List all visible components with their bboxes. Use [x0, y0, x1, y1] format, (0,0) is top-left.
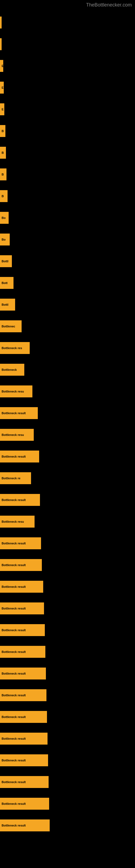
bar-row: Bottleneck result: [0, 771, 135, 793]
bar-label: Bottleneck result: [2, 780, 26, 784]
bar-item: B: [0, 125, 5, 137]
bar-row: Bottleneck re: [0, 467, 135, 489]
bar-item: Bottleneck result: [0, 451, 39, 463]
bar-item: Bottleneck result: [0, 559, 42, 571]
bar-label: Bottleneck result: [2, 585, 26, 588]
bar-item: Bottleneck result: [0, 494, 40, 506]
bar-item: Bottleneck result: [0, 646, 45, 658]
bar-label: Bottleneck result: [2, 455, 26, 458]
bar-row: Bottleneck result: [0, 576, 135, 597]
bar-item: Bottleneck result: [0, 798, 49, 810]
bar-row: Bottleneck result: [0, 597, 135, 619]
bar-label: Bottleneck result: [2, 802, 26, 805]
bar-row: Bottleneck result: [0, 402, 135, 424]
bar-label: Bottleneck result: [2, 672, 26, 675]
bar-row: Bottlenec: [0, 315, 135, 337]
bar-item: Bottleneck result: [0, 602, 44, 614]
bar-item: [0, 38, 2, 50]
bar-item: Bottleneck resu: [0, 385, 32, 397]
bar-row: Bottleneck result: [0, 793, 135, 814]
bar-label: E: [2, 64, 3, 67]
bar-row: Bott: [0, 272, 135, 294]
bar-label: Bottleneck resu: [2, 390, 24, 393]
bar-label: Bottleneck result: [2, 628, 26, 632]
bar-row: Bottleneck result: [0, 728, 135, 749]
bar-item: B: [0, 190, 8, 202]
bar-row: Bottleneck result: [0, 489, 135, 511]
bar-row: Bottleneck res: [0, 337, 135, 359]
bar-row: Bottl: [0, 294, 135, 315]
bar-item: Bottleneck result: [0, 733, 48, 745]
bar-item: Bottleneck resu: [0, 516, 35, 528]
bar-item: Bottleneck result: [0, 624, 45, 636]
bar-row: B: [0, 163, 135, 185]
bar-item: Bottleneck result: [0, 711, 47, 723]
bar-row: Bottleneck result: [0, 663, 135, 684]
bar-row: Bottleneck result: [0, 532, 135, 554]
bar-item: E: [0, 103, 4, 115]
bar-label: E: [2, 86, 3, 89]
bar-row: Bottleneck result: [0, 641, 135, 663]
bar-row: Bottleneck result: [0, 684, 135, 706]
bar-item: [0, 17, 2, 29]
bar-label: Bo: [2, 238, 6, 241]
bar-row: B: [0, 120, 135, 142]
bar-label: E: [2, 108, 3, 111]
bar-item: Bottleneck result: [0, 668, 46, 680]
bar-label: B: [2, 173, 4, 176]
bar-label: B: [2, 194, 4, 198]
bar-row: Bottleneck result: [0, 619, 135, 641]
bar-item: Bo: [0, 212, 9, 224]
bar-item: Bottleneck result: [0, 754, 48, 766]
bar-row: Bottleneck result: [0, 554, 135, 576]
bar-row: Bottl: [0, 250, 135, 272]
bar-item: Bott: [0, 277, 13, 289]
bar-item: Bottleneck result: [0, 581, 43, 593]
bar-label: Bo: [2, 216, 6, 219]
bar-item: E: [0, 82, 4, 94]
bar-row: Bottleneck result: [0, 446, 135, 467]
bar-label: Bottleneck result: [2, 563, 26, 567]
bar-item: Bottleneck result: [0, 537, 41, 549]
site-title: TheBottlenecker.com: [0, 0, 135, 9]
bar-row: [0, 33, 135, 55]
bar-label: Bottl: [2, 259, 8, 263]
bar-item: Bottleneck result: [0, 819, 50, 831]
bar-row: B: [0, 142, 135, 163]
bars-container: EEEBBBBBoBoBottlBottBottlBottlenecBottle…: [0, 9, 135, 839]
bar-label: Bottleneck resu: [2, 520, 24, 523]
bar-item: Bo: [0, 234, 10, 246]
bar-row: Bottleneck result: [0, 814, 135, 836]
bar-row: E: [0, 98, 135, 120]
bar-row: B: [0, 185, 135, 207]
bar-item: Bottleneck result: [0, 689, 46, 701]
bar-label: B: [2, 129, 4, 133]
bar-row: Bottleneck resu: [0, 380, 135, 402]
bar-label: Bottleneck: [2, 368, 17, 371]
bar-item: B: [0, 168, 6, 180]
bar-item: Bottleneck res: [0, 342, 30, 354]
bar-item: Bottlenec: [0, 320, 21, 332]
bar-row: Bo: [0, 207, 135, 229]
bar-label: Bottleneck result: [2, 607, 26, 610]
bar-row: Bottleneck: [0, 359, 135, 380]
bar-label: Bottleneck res: [2, 346, 22, 350]
bar-row: Bo: [0, 229, 135, 250]
bar-label: Bottleneck result: [2, 737, 26, 740]
bar-row: Bottleneck resu: [0, 511, 135, 532]
bar-label: Bottleneck result: [2, 542, 26, 545]
bar-item: Bottl: [0, 299, 15, 311]
bar-item: B: [0, 147, 6, 159]
bar-item: Bottleneck result: [0, 776, 49, 788]
bar-label: Bottleneck result: [2, 715, 26, 718]
bar-label: Bottleneck result: [2, 650, 26, 653]
bar-item: Bottleneck result: [0, 407, 38, 419]
bar-label: Bottleneck result: [2, 693, 26, 697]
bar-label: Bottleneck resu: [2, 433, 24, 436]
bar-label: Bottleneck result: [2, 759, 26, 762]
bar-label: Bottleneck re: [2, 476, 20, 480]
bar-row: Bottleneck resu: [0, 424, 135, 446]
bar-label: Bottlenec: [2, 325, 15, 328]
bar-row: E: [0, 55, 135, 77]
bar-label: Bottl: [2, 303, 8, 306]
